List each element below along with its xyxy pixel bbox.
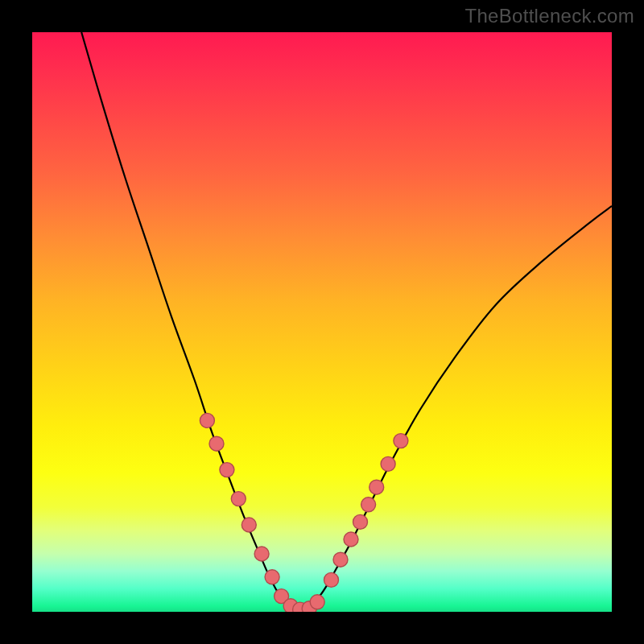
curve-marker <box>231 492 246 506</box>
curve-marker <box>353 514 368 529</box>
curve-marker <box>310 595 324 609</box>
curve-marker <box>394 434 408 448</box>
chart-overlay-svg <box>32 32 612 612</box>
curve-right-branch <box>299 206 612 610</box>
curve-marker <box>361 497 376 512</box>
curve-left-branch <box>81 32 299 610</box>
curve-marker <box>324 572 339 587</box>
curve-marker <box>209 436 224 451</box>
plot-area <box>32 32 612 612</box>
curve-marker <box>265 570 279 584</box>
curve-marker <box>333 552 348 567</box>
chart-stage: TheBottleneck.com <box>0 0 644 644</box>
watermark-text: TheBottleneck.com <box>464 5 634 27</box>
curve-marker <box>254 547 269 561</box>
curve-marker <box>381 456 395 471</box>
curve-marker <box>369 480 384 494</box>
curve-marker <box>200 413 214 427</box>
curve-marker <box>242 518 256 532</box>
marker-group <box>200 413 408 612</box>
curve-marker <box>344 532 358 547</box>
curve-marker <box>220 463 234 477</box>
